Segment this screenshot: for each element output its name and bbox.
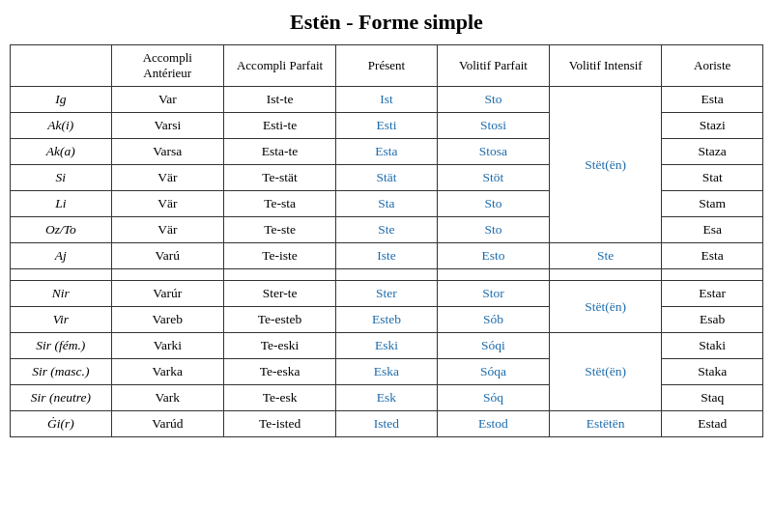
header-row: Accompli Antérieur Accompli Parfait Prés… (11, 45, 763, 87)
cell-accompli-par: Esta-te (223, 139, 335, 165)
cell-present: Esteb (336, 307, 438, 333)
cell-accompli-par: Te-esk (223, 385, 335, 411)
cell-present: Ster (336, 281, 438, 307)
cell-volitif-par: Sób (437, 307, 549, 333)
cell-aoriste: Estad (662, 411, 763, 437)
cell-volitif-int: Ste (550, 243, 662, 269)
cell-accompli-par: Te-stät (223, 165, 335, 191)
cell-volitif-par: Stosa (437, 139, 549, 165)
cell-subject: Si (11, 165, 112, 191)
conjugation-table: Accompli Antérieur Accompli Parfait Prés… (10, 44, 763, 437)
cell-aoriste: Stam (662, 191, 763, 217)
cell-subject: Oz/To (11, 217, 112, 243)
cell-aoriste: Esta (662, 243, 763, 269)
cell-subject: Ak(i) (11, 113, 112, 139)
cell-subject: Ġi(r) (11, 411, 112, 437)
cell-subject: Nir (11, 281, 112, 307)
cell-aoriste: Stazi (662, 113, 763, 139)
cell-aoriste: Stat (662, 165, 763, 191)
cell-subject: Ak(a) (11, 139, 112, 165)
cell-volitif-par: Sóqi (437, 333, 549, 359)
cell-subject: Aj (11, 243, 112, 269)
cell-accompli-par: Ster-te (223, 281, 335, 307)
header-volitif-par: Volitif Parfait (437, 45, 549, 87)
cell-accompli-ant: Vär (111, 191, 223, 217)
cell-volitif-int: Estëtën (550, 411, 662, 437)
cell-present: Esti (336, 113, 438, 139)
cell-aoriste: Staza (662, 139, 763, 165)
cell-accompli-ant: Vark (111, 385, 223, 411)
cell-accompli-ant: Varúr (111, 281, 223, 307)
cell-accompli-ant: Varki (111, 333, 223, 359)
cell-accompli-ant: Vär (111, 217, 223, 243)
cell-present: Esta (336, 139, 438, 165)
spacer-row (11, 269, 763, 281)
cell-accompli-par: Te-sta (223, 191, 335, 217)
cell-accompli-ant: Varsi (111, 113, 223, 139)
cell-accompli-ant: Varsa (111, 139, 223, 165)
header-present: Présent (336, 45, 438, 87)
table-row: Sir (fém.)VarkiTe-eskiEskiSóqiStët(ën)St… (11, 333, 763, 359)
cell-subject: Vir (11, 307, 112, 333)
cell-present: Sta (336, 191, 438, 217)
cell-volitif-par: Esto (437, 243, 549, 269)
table-row: NirVarúrSter-teSterStorStët(ën)Estar (11, 281, 763, 307)
cell-present: Ist (336, 87, 438, 113)
header-subject (11, 45, 112, 87)
cell-accompli-par: Esti-te (223, 113, 335, 139)
cell-present: Eski (336, 333, 438, 359)
cell-accompli-ant: Varú (111, 243, 223, 269)
cell-subject: Sir (neutre) (11, 385, 112, 411)
cell-aoriste: Staka (662, 359, 763, 385)
cell-accompli-par: Te-esteb (223, 307, 335, 333)
table-row: IgVarIst-teIstStoStët(ën)Esta (11, 87, 763, 113)
cell-volitif-int: Stët(ën) (550, 281, 662, 333)
cell-aoriste: Estar (662, 281, 763, 307)
cell-present: Iste (336, 243, 438, 269)
cell-accompli-ant: Vareb (111, 307, 223, 333)
cell-volitif-par: Sto (437, 191, 549, 217)
cell-present: Eska (336, 359, 438, 385)
cell-volitif-par: Estod (437, 411, 549, 437)
header-accompli-par: Accompli Parfait (223, 45, 335, 87)
table-row: AjVarúTe-isteIsteEstoSteEsta (11, 243, 763, 269)
cell-accompli-par: Te-iste (223, 243, 335, 269)
cell-subject: Sir (masc.) (11, 359, 112, 385)
page-container: Estën - Forme simple Accompli Antérieur … (10, 10, 763, 437)
header-volitif-int: Volitif Intensif (550, 45, 662, 87)
cell-volitif-par: Sóq (437, 385, 549, 411)
cell-volitif-par: Stöt (437, 165, 549, 191)
cell-aoriste: Esa (662, 217, 763, 243)
cell-accompli-par: Te-isted (223, 411, 335, 437)
cell-subject: Ig (11, 87, 112, 113)
cell-subject: Li (11, 191, 112, 217)
cell-volitif-par: Sóqa (437, 359, 549, 385)
cell-volitif-par: Sto (437, 87, 549, 113)
cell-present: Isted (336, 411, 438, 437)
cell-accompli-ant: Vär (111, 165, 223, 191)
cell-volitif-par: Sto (437, 217, 549, 243)
cell-accompli-ant: Var (111, 87, 223, 113)
table-row: Ġi(r)VarúdTe-istedIstedEstodEstëtënEstad (11, 411, 763, 437)
cell-volitif-par: Stosi (437, 113, 549, 139)
cell-volitif-int: Stët(ën) (550, 333, 662, 411)
cell-present: Esk (336, 385, 438, 411)
cell-volitif-par: Stor (437, 281, 549, 307)
cell-volitif-int: Stët(ën) (550, 87, 662, 243)
cell-accompli-par: Ist-te (223, 87, 335, 113)
cell-aoriste: Esab (662, 307, 763, 333)
cell-present: Ste (336, 217, 438, 243)
cell-accompli-par: Te-eska (223, 359, 335, 385)
cell-accompli-par: Te-eski (223, 333, 335, 359)
header-aoriste: Aoriste (662, 45, 763, 87)
cell-aoriste: Staq (662, 385, 763, 411)
cell-accompli-ant: Varúd (111, 411, 223, 437)
header-accompli-ant: Accompli Antérieur (111, 45, 223, 87)
cell-present: Stät (336, 165, 438, 191)
cell-accompli-par: Te-ste (223, 217, 335, 243)
cell-aoriste: Staki (662, 333, 763, 359)
cell-subject: Sir (fém.) (11, 333, 112, 359)
page-title: Estën - Forme simple (10, 10, 763, 35)
cell-aoriste: Esta (662, 87, 763, 113)
cell-accompli-ant: Varka (111, 359, 223, 385)
